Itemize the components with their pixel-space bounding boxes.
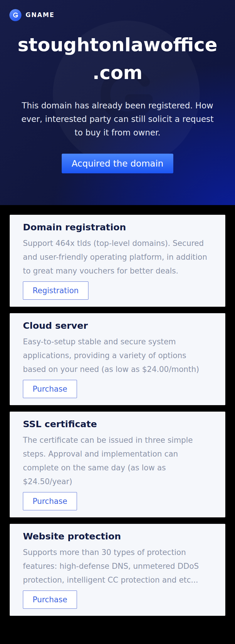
hero-description-line: This domain has already been registered.… bbox=[0, 99, 235, 113]
card-description-line: complete on the same day (as low as bbox=[23, 461, 212, 475]
card-title: Domain registration bbox=[23, 221, 212, 233]
card-cloud-server: Cloud server Easy-to-setup stable and se… bbox=[10, 313, 225, 405]
card-description-line: and user-friendly operating platform, in… bbox=[23, 250, 212, 264]
hero-description: This domain has already been registered.… bbox=[0, 99, 235, 140]
card-title: Cloud server bbox=[23, 320, 212, 331]
card-description-line: Easy-to-setup stable and secure system bbox=[23, 335, 212, 349]
card-description-line: $24.50/year) bbox=[23, 475, 212, 489]
hero-description-line: to buy it from owner. bbox=[0, 126, 235, 140]
card-description-line: protection, intelligent CC protection an… bbox=[23, 573, 212, 587]
card-domain-registration: Domain registration Support 464x tlds (t… bbox=[10, 215, 225, 307]
card-website-protection: Website protection Supports more than 30… bbox=[10, 524, 225, 616]
card-description-line: Supports more than 30 types of protectio… bbox=[23, 546, 212, 559]
card-title: Website protection bbox=[23, 530, 212, 542]
card-description: The certificate can be issued in three s… bbox=[23, 433, 212, 489]
shield-g-icon bbox=[11, 11, 20, 19]
card-description-line: applications, providing a variety of opt… bbox=[23, 349, 212, 363]
hero-description-line: ever, interested party can still solicit… bbox=[0, 113, 235, 126]
domain-title-line2: .com bbox=[0, 59, 235, 87]
card-description-line: The certificate can be issued in three s… bbox=[23, 433, 212, 447]
acquire-domain-button[interactable]: Acquired the domain bbox=[62, 154, 173, 173]
gname-wordmark: GNAME bbox=[26, 11, 55, 19]
card-description: Supports more than 30 types of protectio… bbox=[23, 546, 212, 587]
gname-logo-icon bbox=[9, 9, 21, 21]
card-title: SSL certificate bbox=[23, 418, 212, 430]
purchase-button-ssl-certificate[interactable]: Purchase bbox=[23, 492, 77, 510]
card-description: Support 464x tlds (top-level domains). S… bbox=[23, 237, 212, 278]
card-ssl-certificate: SSL certificate The certificate can be i… bbox=[10, 412, 225, 517]
purchase-button-website-protection[interactable]: Purchase bbox=[23, 591, 77, 609]
card-description: Easy-to-setup stable and secure system a… bbox=[23, 335, 212, 376]
card-description-line: steps. Approval and implementation can bbox=[23, 447, 212, 461]
gname-logo[interactable]: GNAME bbox=[0, 0, 235, 21]
card-description-line: to great many vouchers for better deals. bbox=[23, 264, 212, 278]
hero-section: GNAME stoughtonlawoffice .com This domai… bbox=[0, 0, 235, 205]
domain-title-line1: stoughtonlawoffice bbox=[0, 31, 235, 59]
purchase-button-cloud-server[interactable]: Purchase bbox=[23, 380, 77, 398]
card-description-line: features: high-defense DNS, unmetered DD… bbox=[23, 559, 212, 573]
domain-title: stoughtonlawoffice .com bbox=[0, 31, 235, 87]
services-section: Domain registration Support 464x tlds (t… bbox=[0, 205, 235, 616]
card-description-line: based on your need (as low as $24.00/mon… bbox=[23, 363, 212, 376]
card-description-line: Support 464x tlds (top-level domains). S… bbox=[23, 237, 212, 250]
registration-button[interactable]: Registration bbox=[23, 281, 88, 300]
